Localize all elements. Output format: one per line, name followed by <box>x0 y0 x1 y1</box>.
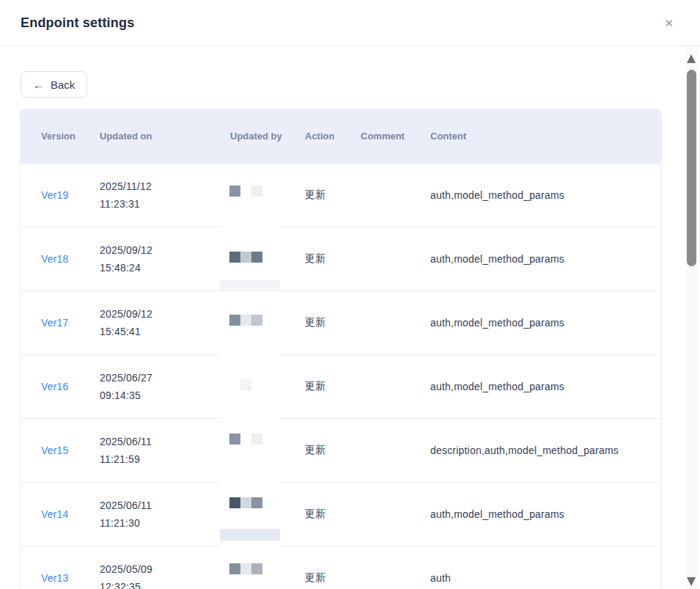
updated-on-cell: 2025/06/2709:14:35 <box>79 369 210 404</box>
column-header-comment: Comment <box>340 129 410 144</box>
redacted-updated-by-block <box>229 433 240 445</box>
updated-on-cell: 2025/06/1111:21:30 <box>79 497 210 532</box>
column-header-updated-on: Updated on <box>79 129 210 144</box>
redacted-updated-by-block <box>229 186 240 197</box>
redacted-updated-by-block <box>229 563 240 574</box>
action-cell: 更新 <box>284 252 340 266</box>
table-header-row: Version Updated on Updated by Action Com… <box>21 109 661 164</box>
version-link[interactable]: Ver17 <box>41 317 69 329</box>
column-header-version: Version <box>21 129 79 144</box>
updated-on-cell: 2025/11/1211:23:31 <box>79 178 210 213</box>
modal-header: Endpoint settings ✕ <box>0 0 700 46</box>
version-link[interactable]: Ver13 <box>41 572 69 584</box>
content-cell: auth,model_method_params <box>410 381 661 392</box>
back-button[interactable]: ← Back <box>21 71 87 98</box>
redaction-strip <box>220 529 280 541</box>
scrollbar[interactable] <box>686 47 697 589</box>
action-cell: 更新 <box>284 189 340 202</box>
table-body: Ver192025/11/1211:23:31更新auth,model_meth… <box>21 164 661 589</box>
table-row: Ver192025/11/1211:23:31更新auth,model_meth… <box>21 164 661 227</box>
content-cell: auth,model_method_params <box>410 189 661 201</box>
back-button-label: Back <box>51 78 75 91</box>
redacted-updated-by-block <box>251 186 262 197</box>
updated-on-cell: 2025/09/1215:48:24 <box>79 241 210 277</box>
action-cell: 更新 <box>284 380 340 393</box>
content-cell: auth <box>410 572 661 584</box>
close-icon[interactable]: ✕ <box>664 18 674 29</box>
version-history-table: Version Updated on Updated by Action Com… <box>20 109 662 589</box>
redacted-updated-by-block <box>251 433 262 445</box>
redaction-overlay <box>221 419 280 483</box>
content-cell: auth,model_method_params <box>410 317 661 329</box>
version-link[interactable]: Ver16 <box>41 381 69 392</box>
content-cell: description,auth,model_method_params <box>410 445 661 456</box>
redacted-updated-by-block <box>240 379 251 390</box>
content-cell: auth,model_method_params <box>410 253 661 265</box>
redacted-updated-by-block <box>229 497 240 508</box>
back-arrow-icon: ← <box>33 78 44 91</box>
redacted-updated-by-block <box>251 497 262 508</box>
table-row: Ver172025/09/1215:45:41更新auth,model_meth… <box>21 291 661 355</box>
table-row: Ver152025/06/1111:21:59更新description,aut… <box>21 419 661 483</box>
version-link[interactable]: Ver14 <box>41 508 69 520</box>
page-title: Endpoint settings <box>21 15 134 31</box>
table-row: Ver162025/06/2709:14:35更新auth,model_meth… <box>21 355 661 419</box>
version-link[interactable]: Ver15 <box>41 445 69 456</box>
redacted-updated-by-block <box>251 563 262 574</box>
column-header-updated-by: Updated by <box>210 129 284 144</box>
scroll-down-icon[interactable] <box>687 577 696 586</box>
column-header-content: Content <box>410 129 661 144</box>
redacted-updated-by-block <box>229 252 240 263</box>
updated-on-cell: 2025/05/0912:32:35 <box>79 560 210 589</box>
redacted-updated-by-block <box>229 315 240 326</box>
redacted-updated-by-block <box>240 497 251 508</box>
action-cell: 更新 <box>284 444 340 457</box>
table-row: Ver182025/09/1215:48:24更新auth,model_meth… <box>21 227 661 291</box>
updated-on-cell: 2025/06/1111:21:59 <box>79 433 210 468</box>
action-cell: 更新 <box>284 316 340 329</box>
table-row: Ver132025/05/0912:32:35更新auth <box>21 546 661 589</box>
action-cell: 更新 <box>284 571 340 585</box>
version-link[interactable]: Ver18 <box>41 253 69 265</box>
column-header-action: Action <box>284 129 340 144</box>
redacted-updated-by-block <box>251 252 262 263</box>
scroll-up-icon[interactable] <box>687 54 696 63</box>
scroll-thumb[interactable] <box>687 70 696 266</box>
redacted-updated-by-block <box>262 252 273 263</box>
action-cell: 更新 <box>284 508 340 521</box>
redacted-updated-by-block <box>240 252 251 263</box>
redacted-updated-by-block <box>262 497 273 508</box>
updated-on-cell: 2025/09/1215:45:41 <box>79 305 210 340</box>
redaction-strip <box>220 280 280 292</box>
version-link[interactable]: Ver19 <box>41 189 69 201</box>
redacted-updated-by-block <box>240 563 251 574</box>
table-row: Ver142025/06/1111:21:30更新auth,model_meth… <box>21 483 661 546</box>
redacted-updated-by-block <box>251 315 262 326</box>
content-cell: auth,model_method_params <box>410 508 661 520</box>
redacted-updated-by-block <box>240 315 251 326</box>
